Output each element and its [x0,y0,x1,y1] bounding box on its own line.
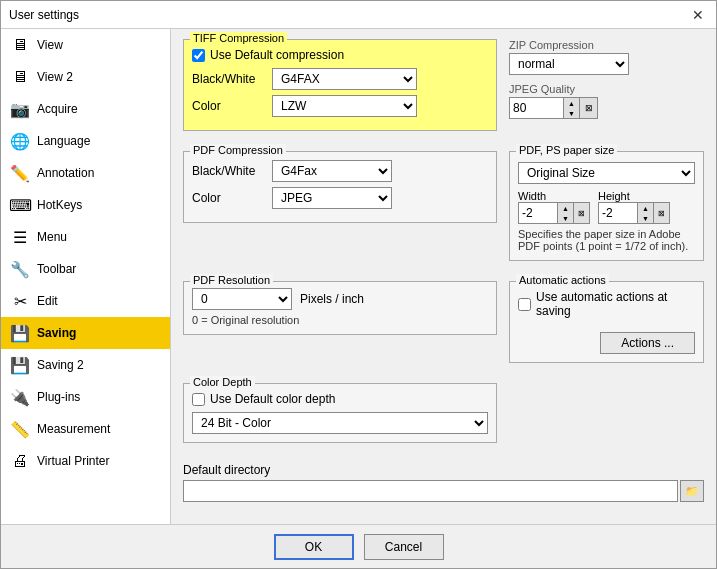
height-input[interactable] [598,202,638,224]
sidebar-label-hotkeys: HotKeys [37,198,82,212]
jpeg-quality-spinner[interactable]: ▲ ▼ [564,97,580,119]
sidebar-label-plugins: Plug-ins [37,390,80,404]
sidebar-item-menu[interactable]: ☰Menu [1,221,170,253]
tiff-color-select[interactable]: LZW ZIP JPEG None [272,95,417,117]
ok-button[interactable]: OK [274,534,354,560]
dir-input[interactable]: C:\TEMP [183,480,678,502]
toolbar-icon: 🔧 [9,258,31,280]
width-section: Width ▲ ▼ ⊠ [518,190,590,224]
jpeg-quality-up[interactable]: ▲ [564,98,579,108]
tiff-bw-row: Black/White G4FAX CCITT LZW ZIP JPEG Non… [192,68,488,90]
pdf-bw-label: Black/White [192,164,272,178]
saving-icon: 💾 [9,322,31,344]
tiff-bw-select[interactable]: G4FAX CCITT LZW ZIP JPEG None [272,68,417,90]
view2-icon: 🖥 [9,66,31,88]
height-icon: ⊠ [654,202,670,224]
acquire-icon: 📷 [9,98,31,120]
window-title: User settings [9,8,79,22]
bottom-bar: OK Cancel [1,524,716,568]
pdf-bw-row: Black/White G4Fax CCITT LZW ZIP None [192,160,488,182]
color-depth-default-label: Use Default color depth [210,392,335,406]
tiff-bw-label: Black/White [192,72,272,86]
row-color-depth: Color Depth Use Default color depth 1 Bi… [183,383,704,453]
sidebar-item-language[interactable]: 🌐Language [1,125,170,157]
auto-actions-right: Automatic actions Use automatic actions … [509,281,704,373]
sidebar-item-hotkeys[interactable]: ⌨HotKeys [1,189,170,221]
height-section: Height ▲ ▼ ⊠ [598,190,670,224]
width-spinner[interactable]: ▲ ▼ [558,202,574,224]
color-depth-default-checkbox[interactable] [192,393,205,406]
width-spinbox: ▲ ▼ ⊠ [518,202,590,224]
sidebar-label-saving2: Saving 2 [37,358,84,372]
jpeg-quality-icon: ⊠ [580,97,598,119]
height-spinbox: ▲ ▼ ⊠ [598,202,670,224]
sidebar-item-view2[interactable]: 🖥View 2 [1,61,170,93]
height-down[interactable]: ▼ [638,213,653,223]
saving2-icon: 💾 [9,354,31,376]
sidebar-item-saving[interactable]: 💾Saving [1,317,170,349]
width-down[interactable]: ▼ [558,213,573,223]
tiff-compression-group: TIFF Compression Use Default compression… [183,39,497,131]
sidebar-item-toolbar[interactable]: 🔧Toolbar [1,253,170,285]
use-auto-checkbox[interactable] [518,298,531,311]
height-spinner[interactable]: ▲ ▼ [638,202,654,224]
tiff-use-default-label: Use Default compression [210,48,344,62]
pdf-color-row: Color JPEG LZW ZIP None [192,187,488,209]
sidebar-item-measurement[interactable]: 📏Measurement [1,413,170,445]
sidebar-item-view[interactable]: 🖥View [1,29,170,61]
zip-section: ZIP Compression normal fast best [509,39,704,75]
tiff-left: TIFF Compression Use Default compression… [183,39,497,141]
sidebar-label-vprinter: Virtual Printer [37,454,109,468]
resolution-left: PDF Resolution 0 72 96 150 300 600 Pixel… [183,281,497,373]
actions-button[interactable]: Actions ... [600,332,695,354]
sidebar-label-acquire: Acquire [37,102,78,116]
tiff-group-label: TIFF Compression [190,32,287,44]
main-panel: TIFF Compression Use Default compression… [171,29,716,524]
sidebar-item-plugins[interactable]: 🔌Plug-ins [1,381,170,413]
color-depth-select[interactable]: 1 Bit - B/W 8 Bit - Gray 24 Bit - Color … [192,412,488,434]
hotkeys-icon: ⌨ [9,194,31,216]
color-depth-label: Color Depth [190,376,255,388]
color-depth-default-row: Use Default color depth [192,392,488,406]
sidebar-label-language: Language [37,134,90,148]
row-tiff: TIFF Compression Use Default compression… [183,39,704,141]
pdf-color-select[interactable]: JPEG LZW ZIP None [272,187,392,209]
zip-select[interactable]: normal fast best [509,53,629,75]
width-input[interactable] [518,202,558,224]
sidebar-item-acquire[interactable]: 📷Acquire [1,93,170,125]
sidebar-item-vprinter[interactable]: 🖨Virtual Printer [1,445,170,477]
sidebar-label-edit: Edit [37,294,58,308]
zip-jpeg-right: ZIP Compression normal fast best JPEG Qu… [509,39,704,141]
vprinter-icon: 🖨 [9,450,31,472]
automatic-actions-group: Automatic actions Use automatic actions … [509,281,704,363]
sidebar-label-view: View [37,38,63,52]
sidebar-item-edit[interactable]: ✂Edit [1,285,170,317]
tiff-use-default-checkbox[interactable] [192,49,205,62]
sidebar-item-annotation[interactable]: ✏️Annotation [1,157,170,189]
color-depth-group: Color Depth Use Default color depth 1 Bi… [183,383,497,443]
resolution-select[interactable]: 0 72 96 150 300 600 [192,288,292,310]
height-up[interactable]: ▲ [638,203,653,213]
jpeg-quality-input[interactable]: 80 [509,97,564,119]
width-icon: ⊠ [574,202,590,224]
content-area: 🖥View🖥View 2📷Acquire🌐Language✏️Annotatio… [1,29,716,524]
pdf-bw-select[interactable]: G4Fax CCITT LZW ZIP None [272,160,392,182]
use-auto-label: Use automatic actions at saving [536,290,695,318]
sidebar-item-saving2[interactable]: 💾Saving 2 [1,349,170,381]
cancel-button[interactable]: Cancel [364,534,444,560]
height-label: Height [598,190,670,202]
pdf-paper-right: PDF, PS paper size Original Size A4 Lett… [509,151,704,271]
close-button[interactable]: ✕ [688,5,708,25]
view-icon: 🖥 [9,34,31,56]
tiff-color-label: Color [192,99,272,113]
pdf-paper-select[interactable]: Original Size A4 Letter Legal [518,162,695,184]
plugins-icon: 🔌 [9,386,31,408]
pdf-paper-label: PDF, PS paper size [516,144,617,156]
pdf-resolution-group: PDF Resolution 0 72 96 150 300 600 Pixel… [183,281,497,335]
jpeg-quality-down[interactable]: ▼ [564,108,579,118]
pdf-paper-group: PDF, PS paper size Original Size A4 Lett… [509,151,704,261]
default-directory-section: Default directory C:\TEMP 📁 [183,463,704,502]
dir-browse-button[interactable]: 📁 [680,480,704,502]
width-up[interactable]: ▲ [558,203,573,213]
sidebar-label-measurement: Measurement [37,422,110,436]
